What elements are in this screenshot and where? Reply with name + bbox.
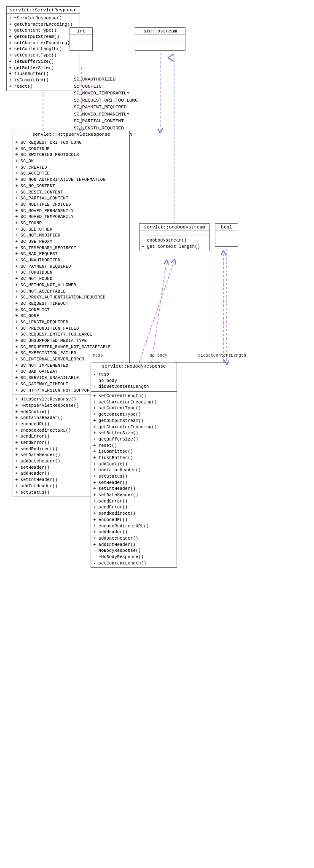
- no-body-label: no_body: [150, 353, 167, 358]
- servlet-response-box: servlet::ServletResponse + ~ServletRespo…: [6, 6, 80, 91]
- std-ostream-title: std::ostream: [135, 28, 185, 35]
- servlet-response-title: servlet::ServletResponse: [7, 7, 80, 14]
- bool-box: bool: [215, 223, 238, 247]
- no-body-response-attrs: - resp - no_body - didSetContentLength: [91, 370, 177, 392]
- resp-label: resp: [93, 353, 103, 358]
- std-ostream-section2: [135, 41, 185, 48]
- onobodystream-title: servlet::onobodystream: [140, 224, 209, 231]
- int-title: int: [70, 28, 92, 35]
- no-body-arrow: [152, 262, 166, 362]
- http-servlet-constants: + SC_REQUEST_URI_TOO_LONG + SC_CONTINUE …: [13, 138, 129, 395]
- nobody-onobody-arrow: [139, 261, 174, 363]
- bool-body: [215, 231, 238, 246]
- int-box: int: [70, 27, 93, 51]
- int-body: [70, 35, 92, 50]
- std-ostream-box: std::ostream: [135, 27, 185, 51]
- no-body-response-title: servlet::NoBodyResponse: [91, 363, 177, 370]
- onobodystream-empty: [140, 231, 209, 236]
- bool-title: bool: [215, 224, 238, 231]
- onobodystream-methods: + onobodystream() + get_context_length(): [140, 236, 209, 251]
- no-body-response-box: servlet::NoBodyResponse - resp - no_body…: [91, 363, 177, 568]
- did-set-label: didSetContentLength: [198, 353, 246, 358]
- diagram-container: servlet::ServletResponse + ~ServletRespo…: [0, 0, 314, 868]
- http-servlet-response-title: servlet::HttpServletResponse: [13, 131, 129, 138]
- onobodystream-box: servlet::onobodystream + onobodystream()…: [139, 223, 210, 251]
- std-ostream-section1: [135, 35, 185, 41]
- no-body-response-methods: + setContentLength() + setCharacterEncod…: [91, 392, 177, 567]
- servlet-response-methods: + ~ServletResponse() + getCharacterEncod…: [7, 14, 80, 91]
